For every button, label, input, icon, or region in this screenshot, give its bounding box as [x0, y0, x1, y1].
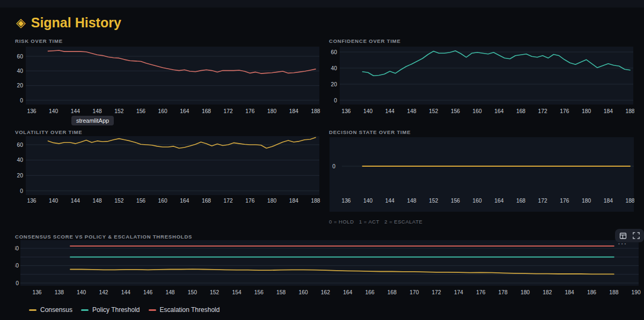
legend-label: Escalation Threshold — [160, 306, 220, 314]
chart-toolbar — [615, 229, 644, 242]
svg-text:152: 152 — [114, 198, 123, 204]
svg-text:184: 184 — [604, 108, 613, 114]
svg-text:164: 164 — [180, 108, 189, 114]
table-view-button[interactable] — [619, 232, 627, 240]
svg-text:142: 142 — [99, 289, 108, 295]
svg-text:190: 190 — [632, 289, 641, 295]
svg-text:180: 180 — [582, 108, 591, 114]
svg-text:138: 138 — [55, 289, 64, 295]
svg-text:140: 140 — [49, 198, 58, 204]
svg-text:188: 188 — [609, 289, 618, 295]
svg-text:160: 160 — [158, 198, 167, 204]
svg-text:188: 188 — [625, 108, 634, 114]
svg-text:136: 136 — [32, 289, 41, 295]
svg-text:136: 136 — [341, 198, 350, 204]
volatility-chart-title: VOLATILITY OVER TIME — [15, 129, 82, 135]
svg-text:140: 140 — [363, 198, 372, 204]
svg-text:158: 158 — [276, 289, 286, 295]
svg-text:152: 152 — [429, 108, 438, 114]
svg-text:160: 160 — [473, 198, 482, 204]
svg-text:168: 168 — [202, 108, 211, 114]
consensus-line-swatch — [29, 309, 36, 311]
svg-text:80: 80 — [15, 245, 19, 251]
svg-text:0: 0 — [16, 280, 19, 286]
svg-text:152: 152 — [429, 198, 438, 204]
svg-text:60: 60 — [17, 142, 24, 148]
page-title: ◈ Signal History — [16, 15, 121, 31]
svg-text:150: 150 — [188, 289, 197, 295]
svg-text:188: 188 — [311, 198, 320, 204]
svg-text:184: 184 — [289, 108, 298, 114]
decision-state-legend-note: 0 = HOLD 1 = ACT 2 = ESCALATE — [329, 219, 422, 225]
svg-text:154: 154 — [232, 289, 241, 295]
page-title-text: Signal History — [31, 15, 121, 31]
svg-text:160: 160 — [299, 289, 308, 295]
svg-text:176: 176 — [245, 198, 254, 204]
svg-text:168: 168 — [516, 108, 525, 114]
svg-text:0: 0 — [332, 163, 335, 169]
signal-history-dashboard: ◈ Signal History RISK OVER TIME 02040601… — [0, 0, 644, 320]
decision-chart[interactable]: 0136140144148152156160164168172176180184… — [329, 136, 634, 214]
risk-chart[interactable]: 0204060136140144148152156160164168172176… — [15, 46, 320, 118]
svg-text:174: 174 — [454, 289, 463, 295]
svg-text:180: 180 — [582, 198, 591, 204]
volatility-chart[interactable]: 0204060136140144148152156160164168172176… — [15, 135, 320, 208]
svg-text:0: 0 — [20, 188, 23, 194]
svg-text:148: 148 — [93, 198, 102, 204]
svg-text:184: 184 — [565, 289, 574, 295]
svg-text:136: 136 — [27, 108, 36, 114]
svg-text:136: 136 — [27, 198, 36, 204]
svg-text:156: 156 — [136, 108, 145, 114]
svg-text:0: 0 — [20, 98, 23, 103]
svg-text:40: 40 — [17, 68, 24, 74]
svg-text:136: 136 — [341, 108, 350, 114]
escalation-line-swatch — [149, 309, 156, 311]
svg-text:156: 156 — [136, 198, 145, 204]
consensus-chart[interactable]: 0408013613814014214414614815015215415615… — [15, 239, 644, 299]
svg-text:168: 168 — [516, 198, 525, 204]
svg-text:156: 156 — [254, 289, 264, 295]
consensus-chart-legend: Consensus Policy Threshold Escalation Th… — [29, 306, 219, 314]
svg-text:176: 176 — [476, 289, 485, 295]
legend-item-consensus[interactable]: Consensus — [29, 306, 72, 314]
svg-text:160: 160 — [158, 108, 167, 114]
svg-text:20: 20 — [17, 83, 24, 88]
legend-item-policy-threshold[interactable]: Policy Threshold — [81, 306, 140, 314]
svg-text:180: 180 — [521, 289, 530, 295]
confidence-chart[interactable]: 0204060136140144148152156160164168172176… — [329, 46, 634, 118]
table-view-icon — [619, 232, 627, 240]
svg-text:20: 20 — [331, 81, 338, 87]
diamond-icon: ◈ — [16, 17, 26, 29]
svg-text:146: 146 — [143, 289, 152, 295]
svg-text:182: 182 — [543, 289, 552, 295]
svg-text:156: 156 — [451, 198, 460, 204]
svg-text:144: 144 — [385, 108, 394, 114]
fullscreen-button[interactable] — [632, 232, 640, 240]
legend-item-escalation-threshold[interactable]: Escalation Threshold — [149, 306, 220, 314]
svg-text:152: 152 — [210, 289, 219, 295]
svg-text:188: 188 — [625, 198, 634, 204]
svg-text:164: 164 — [494, 108, 503, 114]
svg-text:148: 148 — [165, 289, 174, 295]
svg-text:166: 166 — [365, 289, 375, 295]
svg-text:152: 152 — [114, 108, 123, 114]
svg-text:148: 148 — [407, 198, 416, 204]
streamlit-app-tooltip: streamlitApp — [71, 116, 114, 125]
svg-text:20: 20 — [17, 173, 24, 178]
confidence-chart-title: CONFIDENCE OVER TIME — [329, 38, 401, 44]
svg-text:176: 176 — [560, 108, 569, 114]
svg-text:180: 180 — [267, 198, 276, 204]
svg-text:168: 168 — [202, 198, 211, 204]
svg-text:40: 40 — [17, 157, 24, 163]
svg-text:162: 162 — [321, 289, 330, 295]
svg-text:172: 172 — [538, 108, 547, 114]
svg-text:176: 176 — [245, 108, 254, 114]
svg-text:140: 140 — [363, 108, 372, 114]
svg-text:164: 164 — [180, 198, 189, 204]
svg-text:40: 40 — [15, 263, 19, 269]
more-options-icon[interactable]: ••• — [618, 241, 627, 246]
svg-text:144: 144 — [121, 289, 130, 295]
svg-text:140: 140 — [77, 289, 86, 295]
policy-line-swatch — [81, 309, 89, 311]
risk-chart-title: RISK OVER TIME — [15, 38, 63, 44]
